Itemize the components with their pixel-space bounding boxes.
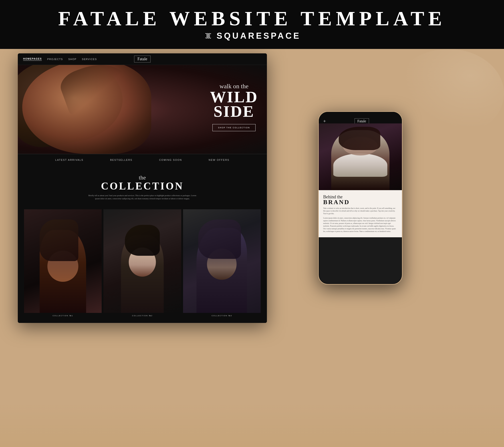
product-item-1[interactable]: COLLECTION №1 <box>24 209 102 319</box>
main-content: HOMEPAGES PROJECTS SHOP SERVICES Fatale … <box>18 53 403 434</box>
hair-silhouette-2 <box>125 225 160 256</box>
product-image-3 <box>183 209 261 313</box>
mobile-notch <box>347 112 374 118</box>
product-label-2: COLLECTION №2 <box>103 313 181 319</box>
nav-item-services[interactable]: SERVICES <box>82 58 97 60</box>
nav-item-projects[interactable]: PROJECTS <box>47 58 63 60</box>
mobile-brand-section: Behind the BRAND Take a minute to write … <box>319 190 402 237</box>
collection-title: COLLECTION <box>23 181 262 191</box>
hero-cta-button[interactable]: SHOP THE COLLECTION <box>212 124 255 131</box>
top-banner: FATALE WEBSITE TEMPLATE SQUARESPACE <box>0 0 504 49</box>
mobile-figure-top <box>333 153 387 177</box>
tab-new-offers[interactable]: NEW OFFERS <box>209 159 229 161</box>
product-grid: COLLECTION №1 COLLECTION №2 COLLECTION №… <box>18 205 267 323</box>
nav-items: HOMEPAGES PROJECTS SHOP SERVICES <box>23 57 97 61</box>
product-image-1 <box>24 209 102 313</box>
bg-decoration-top-right <box>393 49 504 138</box>
product-label-3: COLLECTION №3 <box>183 313 261 319</box>
product-image-2 <box>103 209 181 313</box>
mobile-hero <box>319 124 402 190</box>
hero-main-title: WILD SIDE <box>210 90 258 119</box>
tab-latest-arrivals[interactable]: LATEST ARRIVALS <box>55 159 84 161</box>
product-label-1: COLLECTION №1 <box>24 313 102 319</box>
collection-description: Briefly tell us about you! And your prod… <box>87 194 198 200</box>
banner-title: FATALE WEBSITE TEMPLATE <box>58 8 446 29</box>
mobile-hair <box>339 127 380 150</box>
mobile-brand-text-1: Take a minute to write an introduction t… <box>323 207 397 215</box>
mobile-brand-title: BRAND <box>323 199 397 205</box>
mobile-brand-text-2: Lorem ipsum dolor sit amet, consectetur … <box>323 217 397 233</box>
squarespace-icon <box>203 31 213 41</box>
nav-item-shop[interactable]: SHOP <box>68 58 76 60</box>
platform-label: SQUARESPACE <box>217 31 301 41</box>
hero-section: walk on the WILD SIDE SHOP THE COLLECTIO… <box>18 65 267 154</box>
product-item-3[interactable]: COLLECTION №3 <box>183 209 261 319</box>
hair-silhouette-1 <box>40 219 78 261</box>
platform-row: SQUARESPACE <box>203 31 301 41</box>
category-tabs: LATEST ARRIVALS BESTSELLERS COMING SOON … <box>18 154 267 165</box>
desktop-mockup: HOMEPAGES PROJECTS SHOP SERVICES Fatale … <box>18 53 267 323</box>
tab-bestsellers[interactable]: BESTSELLERS <box>110 159 132 161</box>
collection-section: the COLLECTION Briefly tell us about you… <box>18 165 267 205</box>
nav-logo[interactable]: Fatale <box>134 55 151 62</box>
hair-silhouette-3 <box>198 219 241 259</box>
product-item-2[interactable]: COLLECTION №2 <box>103 209 181 319</box>
collection-subtitle: the <box>23 174 262 181</box>
hero-subtitle: walk on the <box>210 83 258 90</box>
tab-coming-soon[interactable]: COMING SOON <box>159 159 182 161</box>
mobile-brand-subtitle: Behind the <box>323 195 397 199</box>
navigation-bar: HOMEPAGES PROJECTS SHOP SERVICES Fatale <box>18 53 267 65</box>
mobile-mockup: + Fatale Behind the BRAND Take a minute … <box>318 111 403 285</box>
nav-item-homepages[interactable]: HOMEPAGES <box>23 57 42 61</box>
hero-text-block: walk on the WILD SIDE SHOP THE COLLECTIO… <box>210 83 258 131</box>
